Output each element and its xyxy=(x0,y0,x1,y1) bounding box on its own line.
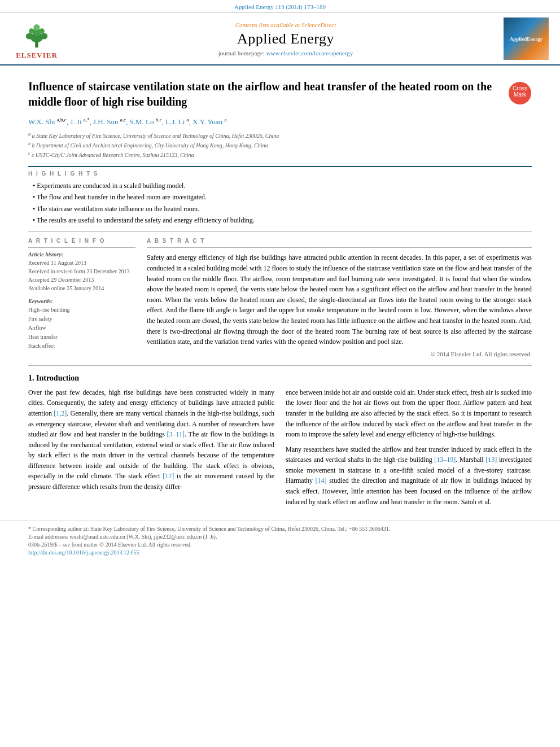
affiliation-a: a a State Key Laboratory of Fire Science… xyxy=(28,131,532,141)
highlights-divider xyxy=(28,231,532,232)
keyword-item: Stack effect xyxy=(28,342,135,351)
keyword-item: Fire safety xyxy=(28,314,135,324)
abstract-label: A B S T R A C T xyxy=(147,238,532,244)
issn-note: 0306-2619/$ – see front matter © 2014 El… xyxy=(28,541,532,548)
abstract-col: A B S T R A C T Safety and energy effici… xyxy=(147,238,532,357)
copyright-line: © 2014 Elsevier Ltd. All rights reserved… xyxy=(147,351,532,357)
abstract-top-divider xyxy=(147,247,532,248)
journal-header: ELSEVIER Contents lists available at Sci… xyxy=(0,13,560,65)
highlights-list: Experiments are conducted in a scaled bu… xyxy=(28,180,532,226)
crossmark-icon: Cross Mark xyxy=(508,81,532,105)
article-info-label: A R T I C L E I N F O xyxy=(28,238,135,244)
elsevier-brand-label: ELSEVIER xyxy=(16,51,58,60)
keywords-list: High-rise building Fire safety Airflow H… xyxy=(28,305,135,351)
abstract-text: Safety and energy efficiency of high ris… xyxy=(147,252,532,347)
highlight-item: The results are useful to understand the… xyxy=(33,215,532,226)
svg-point-6 xyxy=(29,28,34,33)
history-label: Article history: xyxy=(28,251,135,257)
page-footer: * Corresponding author at: State Key Lab… xyxy=(0,521,560,563)
cite-14: [14] xyxy=(316,477,327,484)
keyword-item: Heat transfer xyxy=(28,333,135,342)
cite-13: [13] xyxy=(485,456,497,464)
article-title: Influence of staircase ventilation state… xyxy=(28,79,532,110)
journal-reference-bar: Applied Energy 119 (2014) 173–180 xyxy=(0,0,560,13)
intro-para-3: Many researchers have studied the airflo… xyxy=(286,444,532,508)
cite-1-2: [1,2] xyxy=(54,409,67,417)
intro-body: Over the past few decades, high rise bui… xyxy=(28,387,532,512)
keyword-item: High-rise building xyxy=(28,305,135,314)
cite-3-11: [3–11] xyxy=(167,430,185,438)
highlight-item: Experiments are conducted in a scaled bu… xyxy=(33,180,532,191)
doi-link[interactable]: http://dx.doi.org/10.1016/j.apenergy.201… xyxy=(28,549,532,556)
keyword-item: Airflow xyxy=(28,324,135,333)
homepage-link[interactable]: www.elsevier.com/locate/apenergy xyxy=(266,50,353,56)
article-title-area: Cross Mark Influence of staircase ventil… xyxy=(28,79,532,110)
svg-point-7 xyxy=(40,28,45,33)
accepted-date: Accepted 29 December 2013 xyxy=(28,276,135,284)
highlight-item: The staircase ventilation state influenc… xyxy=(33,203,532,215)
info-abstract-area: A R T I C L E I N F O Article history: R… xyxy=(28,238,532,357)
highlights-section: H I G H L I G H T S Experiments are cond… xyxy=(28,171,532,226)
journal-reference-text: Applied Energy 119 (2014) 173–180 xyxy=(234,3,326,10)
abstract-bottom-divider xyxy=(28,365,532,366)
affiliation-b: b b Department of Civil and Architectura… xyxy=(28,141,532,150)
email-note: E-mail addresses: wxshi@mail.ustc.edu.cn… xyxy=(28,534,532,540)
intro-heading: 1. Introduction xyxy=(28,374,532,383)
science-direct-line: Contents lists available at ScienceDirec… xyxy=(68,21,504,28)
affiliation-c: c c USTC-CityU Joint Advanced Research C… xyxy=(28,150,532,160)
keywords-label: Keywords: xyxy=(28,298,135,304)
main-content: Cross Mark Influence of staircase ventil… xyxy=(0,65,560,521)
elsevier-logo: ELSEVIER xyxy=(11,18,62,60)
svg-point-5 xyxy=(40,33,47,39)
introduction-section: 1. Introduction Over the past few decade… xyxy=(28,374,532,512)
header-divider xyxy=(28,166,532,167)
elsevier-tree-icon xyxy=(20,18,54,49)
revised-date: Received in revised form 23 December 201… xyxy=(28,267,135,276)
intro-para-2: ence between inside hot air and outside … xyxy=(286,387,532,440)
science-direct-link-text[interactable]: ScienceDirect xyxy=(301,21,336,28)
svg-point-3 xyxy=(34,24,40,30)
affiliations: a a State Key Laboratory of Fire Science… xyxy=(28,131,532,160)
cite-12: [12] xyxy=(163,472,174,480)
journal-title: Applied Energy xyxy=(68,30,504,47)
highlights-label: H I G H L I G H T S xyxy=(28,171,532,177)
svg-text:Mark: Mark xyxy=(514,91,527,98)
info-top-divider xyxy=(28,247,135,248)
journal-center: Contents lists available at ScienceDirec… xyxy=(68,21,504,56)
svg-point-4 xyxy=(26,33,33,39)
svg-text:Cross: Cross xyxy=(513,85,527,91)
available-date: Available online 25 January 2014 xyxy=(28,284,135,292)
highlight-item: The flow and heat transfer in the heated… xyxy=(33,191,532,203)
cite-13-19: [13–19] xyxy=(434,456,456,464)
authors-line: W.X. Shi a,b,c, J. Ji a,*, J.H. Sun a,c,… xyxy=(28,116,532,128)
crossmark-badge: Cross Mark xyxy=(508,81,532,107)
intro-para-1: Over the past few decades, high rise bui… xyxy=(28,387,274,492)
corresponding-author-note: * Corresponding author at: State Key Lab… xyxy=(28,526,532,532)
journal-homepage: journal homepage: www.elsevier.com/locat… xyxy=(68,50,504,56)
article-info-col: A R T I C L E I N F O Article history: R… xyxy=(28,238,135,357)
applied-energy-logo: AppliedEnergy xyxy=(504,18,549,60)
received-date: Received 31 August 2013 xyxy=(28,259,135,267)
intro-col-right: ence between inside hot air and outside … xyxy=(286,387,532,512)
intro-col-left: Over the past few decades, high rise bui… xyxy=(28,387,274,512)
